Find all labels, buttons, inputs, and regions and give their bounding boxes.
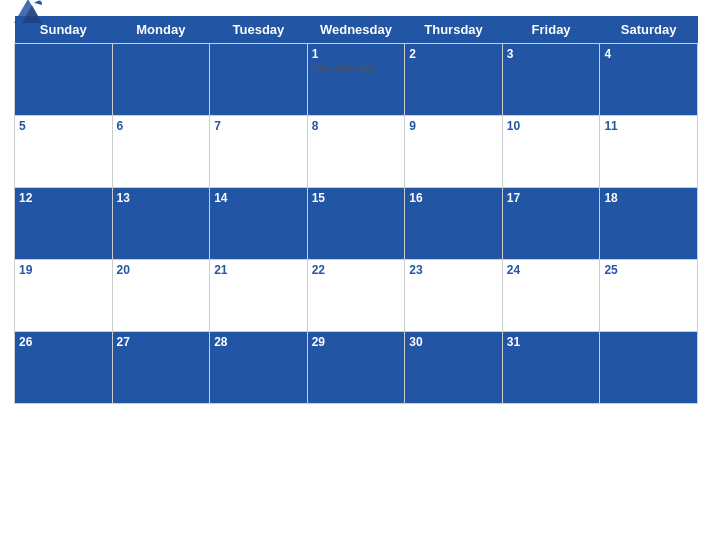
day-number: 27 xyxy=(117,335,206,349)
calendar-week-row: 19202122232425 xyxy=(15,260,698,332)
day-number: 18 xyxy=(604,191,693,205)
calendar-wrapper: Sunday Monday Tuesday Wednesday Thursday… xyxy=(0,0,712,550)
logo xyxy=(14,0,44,25)
day-number: 17 xyxy=(507,191,596,205)
calendar-day-cell: 23 xyxy=(405,260,503,332)
day-number: 3 xyxy=(507,47,596,61)
calendar-week-row: 12131415161718 xyxy=(15,188,698,260)
calendar-week-row: 567891011 xyxy=(15,116,698,188)
day-number: 6 xyxy=(117,119,206,133)
day-number: 31 xyxy=(507,335,596,349)
day-number: 14 xyxy=(214,191,303,205)
day-number: 2 xyxy=(409,47,498,61)
day-number: 7 xyxy=(214,119,303,133)
calendar-day-cell: 3 xyxy=(502,44,600,116)
calendar-day-cell: 10 xyxy=(502,116,600,188)
day-number: 5 xyxy=(19,119,108,133)
day-number: 1 xyxy=(312,47,401,61)
calendar-day-cell: 16 xyxy=(405,188,503,260)
logo-bird-icon xyxy=(14,0,42,25)
day-number: 30 xyxy=(409,335,498,349)
calendar-week-row: 1New Year's Day234 xyxy=(15,44,698,116)
calendar-day-cell: 8 xyxy=(307,116,405,188)
calendar-day-cell xyxy=(600,332,698,404)
day-number: 25 xyxy=(604,263,693,277)
calendar-day-cell: 18 xyxy=(600,188,698,260)
day-number: 24 xyxy=(507,263,596,277)
day-number: 9 xyxy=(409,119,498,133)
col-tuesday: Tuesday xyxy=(210,16,308,44)
calendar-day-cell: 12 xyxy=(15,188,113,260)
calendar-day-cell: 26 xyxy=(15,332,113,404)
day-number: 26 xyxy=(19,335,108,349)
calendar-day-cell: 1New Year's Day xyxy=(307,44,405,116)
calendar-day-cell: 5 xyxy=(15,116,113,188)
day-number: 10 xyxy=(507,119,596,133)
calendar-day-cell: 25 xyxy=(600,260,698,332)
calendar-day-cell: 13 xyxy=(112,188,210,260)
calendar-day-cell: 4 xyxy=(600,44,698,116)
day-number: 28 xyxy=(214,335,303,349)
holiday-name: New Year's Day xyxy=(312,63,401,73)
calendar-day-cell: 29 xyxy=(307,332,405,404)
calendar-day-cell: 14 xyxy=(210,188,308,260)
calendar-day-cell: 30 xyxy=(405,332,503,404)
calendar-day-cell: 20 xyxy=(112,260,210,332)
col-thursday: Thursday xyxy=(405,16,503,44)
calendar-day-cell: 27 xyxy=(112,332,210,404)
calendar-day-cell: 17 xyxy=(502,188,600,260)
day-number: 12 xyxy=(19,191,108,205)
col-wednesday: Wednesday xyxy=(307,16,405,44)
calendar-day-cell xyxy=(210,44,308,116)
day-number: 23 xyxy=(409,263,498,277)
day-number: 15 xyxy=(312,191,401,205)
day-number: 11 xyxy=(604,119,693,133)
col-friday: Friday xyxy=(502,16,600,44)
col-saturday: Saturday xyxy=(600,16,698,44)
calendar-day-cell: 24 xyxy=(502,260,600,332)
day-number: 13 xyxy=(117,191,206,205)
calendar-table: Sunday Monday Tuesday Wednesday Thursday… xyxy=(14,16,698,404)
calendar-body: 1New Year's Day2345678910111213141516171… xyxy=(15,44,698,404)
day-number: 8 xyxy=(312,119,401,133)
day-number: 4 xyxy=(604,47,693,61)
calendar-day-cell: 6 xyxy=(112,116,210,188)
calendar-day-cell xyxy=(112,44,210,116)
days-of-week-row: Sunday Monday Tuesday Wednesday Thursday… xyxy=(15,16,698,44)
calendar-day-cell: 11 xyxy=(600,116,698,188)
day-number: 29 xyxy=(312,335,401,349)
calendar-day-cell: 19 xyxy=(15,260,113,332)
calendar-day-cell: 9 xyxy=(405,116,503,188)
calendar-day-cell: 15 xyxy=(307,188,405,260)
calendar-day-cell: 22 xyxy=(307,260,405,332)
calendar-day-cell xyxy=(15,44,113,116)
calendar-day-cell: 28 xyxy=(210,332,308,404)
calendar-day-cell: 2 xyxy=(405,44,503,116)
col-monday: Monday xyxy=(112,16,210,44)
day-number: 19 xyxy=(19,263,108,277)
calendar-day-cell: 7 xyxy=(210,116,308,188)
day-number: 21 xyxy=(214,263,303,277)
day-number: 20 xyxy=(117,263,206,277)
calendar-week-row: 262728293031 xyxy=(15,332,698,404)
day-number: 22 xyxy=(312,263,401,277)
day-number: 16 xyxy=(409,191,498,205)
calendar-day-cell: 31 xyxy=(502,332,600,404)
calendar-day-cell: 21 xyxy=(210,260,308,332)
